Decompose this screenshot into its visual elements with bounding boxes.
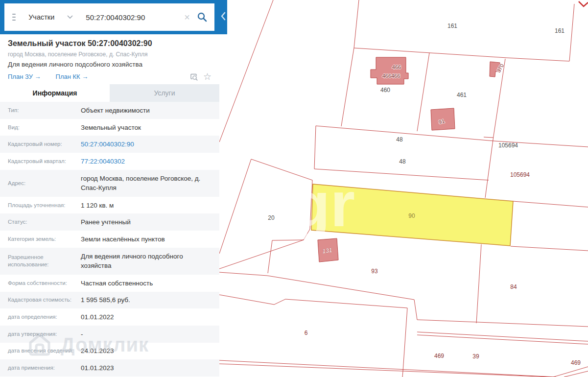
parcel-label: 466466	[382, 73, 400, 79]
map-watermark: gr	[291, 168, 355, 240]
parcel-label: 93	[371, 268, 378, 275]
row-value: 1 595 585,6 руб.	[81, 295, 214, 305]
plan-zu-link[interactable]: План ЗУ →	[8, 73, 41, 80]
info-table: Тип:Объект недвижимостиВид:Земельный уча…	[0, 102, 219, 377]
row-value: 1 120 кв. м	[81, 201, 214, 210]
row-value: Для ведения личного подсобного хозяйства	[81, 252, 214, 270]
object-card: Земельный участок 50:27:0040302:90 город…	[0, 34, 219, 84]
parcel-label: 161	[447, 23, 457, 29]
row-label: Вид:	[0, 124, 81, 131]
search-category-select[interactable]: Участки	[28, 13, 73, 21]
search-category-label: Участки	[28, 13, 54, 21]
row-label: Площадь уточненная:	[0, 202, 81, 209]
plan-kk-link[interactable]: План КК →	[56, 73, 89, 80]
parcel-label: 20	[268, 214, 275, 221]
table-row: дата применения:01.01.2023	[0, 359, 219, 377]
row-value-link[interactable]: 77:22:0040302	[81, 157, 214, 166]
row-value: 01.01.2022	[81, 312, 214, 322]
tab-services[interactable]: Услуги	[110, 84, 219, 102]
collapse-panel-icon[interactable]	[220, 12, 226, 23]
table-row: Площадь уточненная:1 120 кв. м	[0, 197, 219, 214]
row-value: Земельный участок	[81, 123, 214, 132]
table-row: Форма собственности:Частная собственност…	[0, 275, 219, 292]
table-row: Разрешенное использование:Для ведения ли…	[0, 248, 219, 275]
parcel-label: 466	[392, 64, 401, 70]
object-usage: Для ведения личного подсобного хозяйства	[8, 61, 212, 68]
favorite-star-icon[interactable]: ☆	[203, 72, 212, 81]
row-label: дата определения:	[0, 313, 81, 321]
search-bar: Участки ×	[4, 3, 214, 31]
chevron-down-icon	[67, 15, 73, 19]
app: gr 1611614664664664603704619148481056941…	[0, 0, 588, 377]
table-row: Кадастровый квартал:77:22:0040302	[0, 153, 219, 170]
tabs: Информация Услуги	[0, 84, 219, 102]
row-label: Разрешенное использование:	[0, 254, 81, 268]
table-row: Кадастровая стоимость:1 595 585,6 руб.	[0, 292, 219, 309]
row-label: Кадастровый квартал:	[0, 158, 81, 165]
row-value: 24.01.2023	[81, 346, 214, 355]
table-row: Статус:Ранее учтенный	[0, 213, 219, 231]
tab-information[interactable]: Информация	[0, 84, 110, 102]
clear-search-icon[interactable]: ×	[184, 12, 190, 22]
search-header: Участки ×	[0, 0, 227, 34]
row-value: город Москва, поселение Роговское, д. Сп…	[81, 174, 214, 192]
parcel-label: 90	[408, 212, 415, 219]
parcel-label: 460	[380, 87, 390, 94]
parcel-label: 469	[434, 353, 444, 359]
row-label: Кадастровый номер:	[0, 141, 81, 148]
row-value-link[interactable]: 50:27:0040302:90	[81, 140, 214, 149]
table-row: Вид:Земельный участок	[0, 119, 219, 136]
object-address-subtitle: город Москва, поселение Роговское, д. Сп…	[8, 51, 212, 58]
parcel-label: 6	[305, 330, 308, 336]
parcel-label: 84	[510, 283, 517, 290]
parcel-label: 461	[457, 92, 467, 98]
parcel-label: 48	[396, 136, 403, 143]
parcel-label: 161	[555, 27, 564, 34]
row-value: 01.01.2023	[81, 363, 214, 373]
table-row: Кадастровый номер:50:27:0040302:90	[0, 136, 219, 153]
row-label: Категория земель:	[0, 236, 81, 243]
page-title: Земельный участок 50:27:0040302:90	[8, 39, 212, 48]
search-icon[interactable]	[197, 12, 208, 23]
row-value: Объект недвижимости	[81, 106, 214, 115]
row-label: Статус:	[0, 218, 81, 226]
parcel-label: 48	[399, 158, 406, 165]
parcel-label: 469	[571, 359, 581, 366]
row-value: Ранее учтенный	[81, 217, 214, 227]
row-label: Тип:	[0, 107, 81, 114]
parcel-label: 105694	[498, 142, 518, 149]
table-row: Категория земель:Земли населённых пункто…	[0, 231, 219, 248]
row-value: Частная собственность	[81, 279, 214, 288]
search-input[interactable]	[85, 13, 184, 22]
row-value: -	[81, 330, 214, 339]
parcel-label: 131	[322, 247, 333, 255]
menu-icon[interactable]	[12, 12, 16, 23]
parcel-label: 39	[472, 353, 479, 360]
table-row: Тип:Объект недвижимости	[0, 102, 219, 119]
row-label: Адрес:	[0, 180, 81, 187]
table-row: дата определения:01.01.2022	[0, 308, 219, 326]
row-label: дата применения:	[0, 364, 81, 372]
row-value: Земли населённых пунктов	[81, 235, 214, 244]
row-label: дата внесения сведений:	[0, 347, 81, 354]
table-row: дата утверждения:-	[0, 326, 219, 343]
table-row: дата внесения сведений:24.01.2023	[0, 343, 219, 360]
table-row: Адрес:город Москва, поселение Роговское,…	[0, 170, 219, 197]
zoom-to-object-icon[interactable]	[189, 72, 198, 81]
parcel-label: 105694	[510, 171, 530, 178]
row-label: Кадастровая стоимость:	[0, 296, 81, 304]
row-label: Форма собственности:	[0, 280, 81, 287]
row-label: дата утверждения:	[0, 330, 81, 338]
sidebar: Земельный участок 50:27:0040302:90 город…	[0, 0, 219, 377]
